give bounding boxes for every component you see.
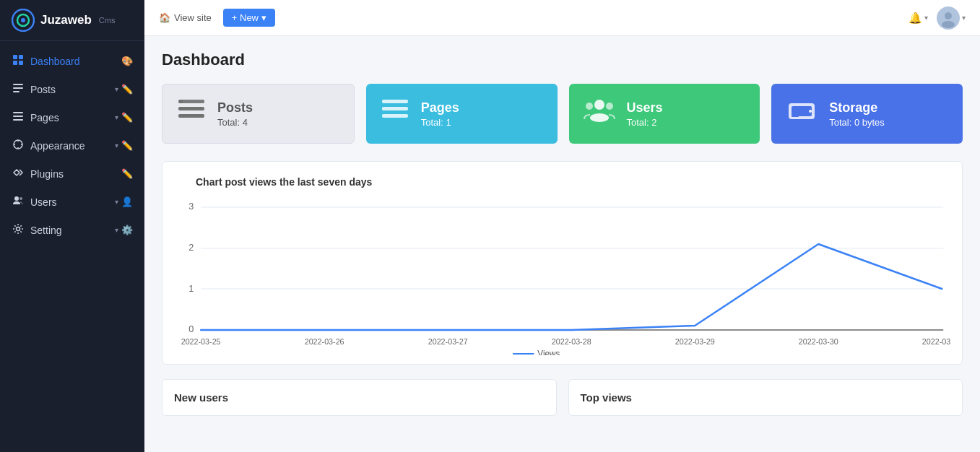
svg-rect-4 xyxy=(19,55,23,59)
topbar: 🏠 View site + New ▾ 🔔 ▾ ▾ xyxy=(144,0,980,36)
cms-label: Cms xyxy=(99,16,116,25)
view-site-link[interactable]: 🏠 View site xyxy=(159,12,212,23)
gear-icon: ⚙️ xyxy=(121,225,133,235)
chevron-down-icon-pages: ▾ xyxy=(115,113,118,121)
sidebar-item-label-plugins: Plugins xyxy=(30,168,64,180)
svg-rect-25 xyxy=(382,114,408,118)
svg-rect-31 xyxy=(792,106,812,116)
pages-stat-name: Pages xyxy=(421,100,459,116)
sidebar-item-setting[interactable]: Setting ▾ ⚙️ xyxy=(0,216,144,244)
chevron-down-icon-setting: ▾ xyxy=(115,226,118,234)
sidebar-item-label-appearance: Appearance xyxy=(30,140,85,152)
new-users-card: New users xyxy=(162,379,557,416)
svg-point-26 xyxy=(594,100,604,110)
sidebar-item-dashboard[interactable]: Dashboard 🎨 xyxy=(0,47,144,75)
svg-point-14 xyxy=(14,196,19,201)
posts-stat-icon xyxy=(177,97,206,130)
stat-card-pages: Pages Total: 1 xyxy=(366,84,558,144)
plugins-icon xyxy=(12,167,25,181)
edit-icon-pages: ✏️ xyxy=(121,112,133,123)
view-site-label: View site xyxy=(174,12,212,23)
svg-text:0: 0 xyxy=(188,323,194,334)
sidebar-item-label-users: Users xyxy=(30,196,57,208)
sidebar-logo: Juzaweb Cms xyxy=(0,0,144,41)
bell-chevron-icon: ▾ xyxy=(924,14,928,22)
sidebar-item-posts[interactable]: Posts ▾ ✏️ xyxy=(0,75,144,103)
svg-rect-12 xyxy=(13,119,23,121)
svg-point-2 xyxy=(21,18,25,22)
svg-point-29 xyxy=(606,103,613,110)
stats-row: Posts Total: 4 Pages Total: 1 xyxy=(162,84,963,144)
svg-rect-6 xyxy=(19,61,23,65)
svg-rect-3 xyxy=(13,55,17,59)
svg-point-15 xyxy=(19,197,22,200)
chart-area: 3 2 1 0 2022-03-25 2022-03-26 2022-03-27… xyxy=(174,196,950,355)
svg-text:2022-03-28: 2022-03-28 xyxy=(552,337,591,346)
pages-stat-total: Total: 1 xyxy=(421,117,459,128)
svg-text:1: 1 xyxy=(188,283,194,294)
sidebar: Juzaweb Cms Dashboard 🎨 Posts xyxy=(0,0,144,452)
sidebar-item-appearance[interactable]: Appearance ▾ ✏️ xyxy=(0,131,144,160)
home-icon: 🏠 xyxy=(159,12,170,23)
edit-icon-appearance: ✏️ xyxy=(121,140,133,151)
new-button[interactable]: + New ▾ xyxy=(223,9,275,27)
svg-point-16 xyxy=(17,227,20,231)
pages-stat-icon xyxy=(381,97,409,130)
svg-text:2022-03-26: 2022-03-26 xyxy=(305,337,344,346)
sidebar-item-pages[interactable]: Pages ▾ ✏️ xyxy=(0,103,144,131)
avatar xyxy=(937,6,960,30)
content-area: Dashboard Posts Total: 4 xyxy=(144,36,980,452)
bell-icon: 🔔 xyxy=(909,12,922,25)
palette-icon: 🎨 xyxy=(121,56,133,66)
chevron-down-icon-users: ▾ xyxy=(115,198,118,206)
chevron-down-icon-appearance: ▾ xyxy=(115,142,118,149)
svg-rect-11 xyxy=(13,116,23,117)
sidebar-item-users[interactable]: Users ▾ 👤 xyxy=(0,188,144,216)
svg-rect-5 xyxy=(13,61,17,65)
posts-stat-name: Posts xyxy=(217,100,253,116)
top-views-title: Top views xyxy=(581,391,951,404)
chart-svg: 3 2 1 0 2022-03-25 2022-03-26 2022-03-27… xyxy=(174,196,950,355)
svg-point-28 xyxy=(586,103,593,110)
sidebar-item-label-dashboard: Dashboard xyxy=(30,56,80,67)
new-button-label: + New xyxy=(232,12,259,23)
svg-rect-8 xyxy=(13,87,23,89)
users-stat-icon xyxy=(584,97,615,130)
svg-point-18 xyxy=(942,21,955,28)
chevron-down-icon: ▾ xyxy=(115,85,118,93)
svg-text:3: 3 xyxy=(188,201,194,212)
dashboard-icon xyxy=(12,54,25,68)
new-chevron-icon: ▾ xyxy=(261,12,266,23)
app-name: Juzaweb xyxy=(40,13,92,27)
svg-text:2022-03-27: 2022-03-27 xyxy=(428,337,468,346)
svg-rect-20 xyxy=(178,107,204,110)
users-stat-name: Users xyxy=(627,100,663,116)
user-avatar-button[interactable]: ▾ xyxy=(937,6,966,30)
sidebar-item-plugins[interactable]: Plugins ✏️ xyxy=(0,160,144,188)
svg-rect-24 xyxy=(382,107,408,110)
posts-icon xyxy=(12,82,25,96)
users-stat-total: Total: 2 xyxy=(627,117,663,128)
notification-bell[interactable]: 🔔 ▾ xyxy=(909,12,928,25)
stat-card-storage: Storage Total: 0 bytes xyxy=(771,84,963,144)
svg-text:2022-03-31: 2022-03-31 xyxy=(922,337,950,346)
users-icon xyxy=(12,195,25,209)
appearance-icon xyxy=(12,139,25,152)
svg-text:2: 2 xyxy=(188,242,194,253)
storage-stat-icon xyxy=(786,97,818,130)
svg-text:2022-03-29: 2022-03-29 xyxy=(675,337,715,346)
svg-point-27 xyxy=(590,113,609,122)
svg-point-32 xyxy=(809,110,812,113)
stat-card-posts: Posts Total: 4 xyxy=(162,84,355,144)
svg-rect-10 xyxy=(13,112,23,113)
stat-card-users: Users Total: 2 xyxy=(569,84,760,144)
storage-stat-total: Total: 0 bytes xyxy=(829,117,885,128)
user-circle-icon: 👤 xyxy=(121,196,133,207)
edit-icon-plugins: ✏️ xyxy=(121,168,133,179)
edit-icon-posts: ✏️ xyxy=(121,84,133,95)
posts-stat-total: Total: 4 xyxy=(217,117,253,128)
main-area: 🏠 View site + New ▾ 🔔 ▾ ▾ xyxy=(144,0,980,452)
chart-container: Chart post views the last seven days 3 2… xyxy=(162,161,963,365)
sidebar-navigation: Dashboard 🎨 Posts ▾ ✏️ xyxy=(0,41,144,250)
sidebar-item-label-setting: Setting xyxy=(30,225,62,236)
